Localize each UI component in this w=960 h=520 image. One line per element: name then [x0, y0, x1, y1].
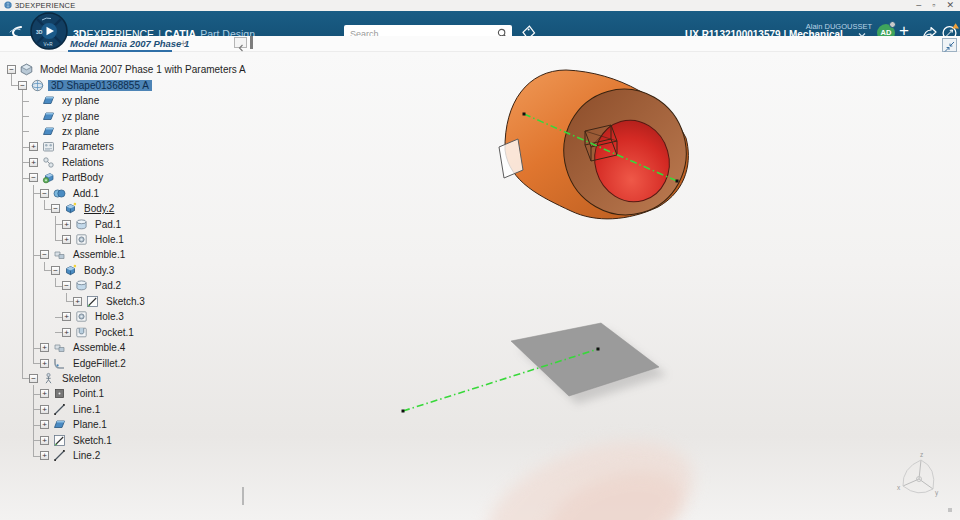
collapse-node-icon[interactable]: −: [7, 65, 16, 74]
collapse-node-icon[interactable]: −: [29, 374, 38, 383]
collapse-node-icon[interactable]: −: [29, 173, 38, 182]
tree-item-sketch-3[interactable]: +Sketch.3: [0, 294, 252, 309]
expand-node-icon[interactable]: +: [40, 451, 49, 460]
tree-item-label[interactable]: 3D Shape01368855 A: [48, 80, 152, 91]
tree-item-yz-plane[interactable]: yz plane: [0, 108, 252, 123]
tree-item-body-2[interactable]: −Body.2: [0, 201, 252, 216]
tree-item-label[interactable]: Pocket.1: [92, 327, 137, 338]
tree-item-pad-1[interactable]: +Pad.1: [0, 216, 252, 231]
maximize-button[interactable]: ▫: [932, 0, 935, 11]
tree-item-partbody[interactable]: −PartBody: [0, 170, 252, 185]
tree-scroll-left-button[interactable]: [234, 37, 247, 48]
expand-node-icon[interactable]: +: [62, 328, 71, 337]
line-endpoint[interactable]: [402, 410, 405, 413]
tree-item-xy-plane[interactable]: xy plane: [0, 93, 252, 108]
tree-item-label[interactable]: Pad.1: [92, 219, 124, 230]
compass-widget[interactable]: 3D V+R: [30, 12, 68, 50]
point-1[interactable]: [676, 180, 679, 183]
collapse-node-icon[interactable]: −: [40, 189, 49, 198]
tree-item-skeleton[interactable]: −Skeleton: [0, 371, 252, 386]
collapse-node-icon[interactable]: −: [18, 81, 27, 90]
tree-item-label[interactable]: Pad.2: [92, 280, 124, 291]
tree-item-body-3[interactable]: −Body.3: [0, 263, 252, 278]
tree-item-hole-3[interactable]: +Hole.3: [0, 309, 252, 324]
collapse-viewport-button[interactable]: [942, 38, 957, 52]
line-endpoint[interactable]: [523, 113, 526, 116]
tree-item-label[interactable]: EdgeFillet.2: [70, 358, 129, 369]
tree-item-label[interactable]: Assemble.1: [70, 249, 128, 260]
tree-item-label[interactable]: Assemble.4: [70, 342, 128, 353]
tree-item-label[interactable]: Plane.1: [70, 419, 110, 430]
tree-item-edgefillet-2[interactable]: +EdgeFillet.2: [0, 355, 252, 370]
cylinder-solid[interactable]: [505, 70, 701, 229]
active-tab-underline: [68, 50, 172, 53]
tree-item-label[interactable]: xy plane: [59, 95, 102, 106]
tree-item-add-1[interactable]: −Add.1: [0, 186, 252, 201]
expand-node-icon[interactable]: +: [62, 220, 71, 229]
tree-item-label[interactable]: Hole.1: [92, 234, 127, 245]
expand-node-icon[interactable]: +: [40, 436, 49, 445]
tree-item-label[interactable]: Model Mania 2007 Phase 1 with Parameters…: [37, 64, 249, 75]
tree-item-hole-1[interactable]: +Hole.1: [0, 232, 252, 247]
pad-icon: [75, 218, 88, 231]
line-endpoint[interactable]: [597, 348, 600, 351]
expand-node-icon[interactable]: +: [40, 420, 49, 429]
collapse-node-icon[interactable]: −: [40, 250, 49, 259]
minimize-button[interactable]: –: [916, 0, 921, 11]
tree-item-label[interactable]: Relations: [59, 157, 107, 168]
expand-node-icon[interactable]: +: [62, 312, 71, 321]
tree-item-point-1[interactable]: +Point.1: [0, 386, 252, 401]
tree-item-zx-plane[interactable]: zx plane: [0, 124, 252, 139]
collapse-node-icon[interactable]: −: [51, 266, 60, 275]
tree-item-plane-1[interactable]: +Plane.1: [0, 417, 252, 432]
tree-item-label[interactable]: Body.2: [81, 203, 117, 214]
expand-node-icon[interactable]: +: [40, 405, 49, 414]
tree-item-sketch-1[interactable]: +Sketch.1: [0, 433, 252, 448]
tree-item-label[interactable]: zx plane: [59, 126, 102, 137]
axes-triad[interactable]: z x y: [897, 451, 939, 497]
tree-item-pocket-1[interactable]: +Pocket.1: [0, 324, 252, 339]
construction-plane[interactable]: [511, 323, 667, 404]
tree-item-3d-shape01368855-a[interactable]: −3D Shape01368855 A: [0, 77, 252, 92]
expand-node-icon[interactable]: +: [40, 343, 49, 352]
axis-label-x: x: [897, 484, 901, 491]
tree-item-label[interactable]: PartBody: [59, 172, 106, 183]
new-tab-button[interactable]: +: [180, 37, 186, 49]
collapse-node-icon[interactable]: −: [51, 204, 60, 213]
tree-item-label[interactable]: Line.2: [70, 450, 103, 461]
tree-item-pad-2[interactable]: −Pad.2: [0, 278, 252, 293]
expand-node-icon[interactable]: +: [40, 389, 49, 398]
tab-model-mania[interactable]: Model Mania 2007 Phase 1: [70, 38, 189, 49]
tree-item-assemble-4[interactable]: +Assemble.4: [0, 340, 252, 355]
expand-node-icon[interactable]: +: [73, 297, 82, 306]
tree-item-label[interactable]: Sketch.3: [103, 296, 148, 307]
tree-item-label[interactable]: Parameters: [59, 141, 117, 152]
tree-item-line-1[interactable]: +Line.1: [0, 402, 252, 417]
tree-item-parameters[interactable]: +Parameters: [0, 139, 252, 154]
os-titlebar: 3DEXPERIENCE – ▫ ✕: [0, 0, 960, 11]
point-icon: [53, 387, 66, 400]
tree-item-label[interactable]: yz plane: [59, 111, 102, 122]
tree-item-line-2[interactable]: +Line.2: [0, 448, 252, 463]
tree-item-model-mania-2007-phase-1-with-parameters-a[interactable]: −Model Mania 2007 Phase 1 with Parameter…: [0, 62, 252, 77]
tree-item-label[interactable]: Sketch.1: [70, 435, 115, 446]
expand-node-icon[interactable]: +: [29, 158, 38, 167]
tree-scroll-thumb[interactable]: [250, 36, 253, 49]
expand-node-icon[interactable]: +: [29, 142, 38, 151]
model-tree[interactable]: −Model Mania 2007 Phase 1 with Parameter…: [0, 62, 252, 463]
expand-node-icon[interactable]: +: [40, 359, 49, 368]
collapse-node-icon[interactable]: −: [62, 281, 71, 290]
tree-item-relations[interactable]: +Relations: [0, 155, 252, 170]
tree-item-label[interactable]: Hole.3: [92, 311, 127, 322]
resize-grip[interactable]: [948, 508, 952, 512]
tree-vertical-scrollbar[interactable]: [242, 487, 244, 505]
close-button[interactable]: ✕: [946, 0, 954, 11]
tree-item-label[interactable]: Line.1: [70, 404, 103, 415]
tree-item-label[interactable]: Point.1: [70, 388, 107, 399]
tree-item-label[interactable]: Skeleton: [59, 373, 104, 384]
expand-node-icon[interactable]: +: [62, 235, 71, 244]
tree-item-label[interactable]: Body.3: [81, 265, 117, 276]
tree-item-assemble-1[interactable]: −Assemble.1: [0, 247, 252, 262]
hole-icon: [75, 233, 88, 246]
tree-item-label[interactable]: Add.1: [70, 188, 102, 199]
